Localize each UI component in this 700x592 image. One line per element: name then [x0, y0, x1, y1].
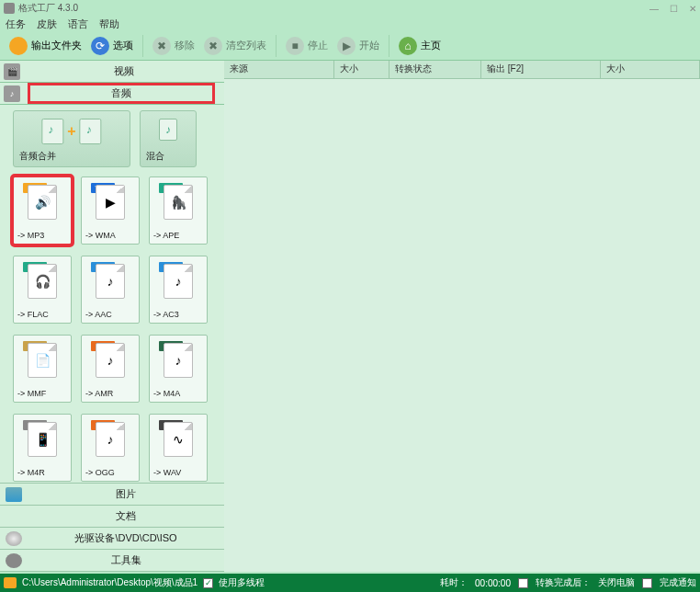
format-label: -> AMR [82, 389, 113, 398]
col-status[interactable]: 转换状态 [390, 61, 481, 78]
statusbar: C:\Users\Administrator\Desktop\视频\成品1 ✓ … [0, 574, 700, 592]
toolbar: 输出文件夹 ⟳选项 ✖移除 ✖清空列表 ■停止 ▶开始 ⌂主页 [0, 31, 700, 61]
close-button[interactable]: ✕ [689, 4, 696, 14]
app-title: 格式工厂 4.3.0 [18, 2, 78, 15]
multithread-label: 使用多线程 [219, 576, 265, 589]
separator [142, 35, 143, 57]
file-icon: 📱 [28, 422, 57, 457]
format-grid: + 音频合并 混合 MP3🔊-> MP3WMA▶-> WMAAPE🦍-> APE… [0, 105, 224, 483]
picture-icon [6, 487, 22, 502]
nav-document-label: 文档 [28, 509, 224, 523]
file-icon: ♪ [164, 264, 193, 299]
format-label: -> AC3 [150, 310, 179, 319]
col-source[interactable]: 来源 [224, 61, 334, 78]
format-card-flac[interactable]: FLA🎧-> FLAC [13, 256, 72, 324]
gear-icon [6, 553, 22, 568]
start-button[interactable]: ▶开始 [333, 33, 383, 59]
globe-icon: ⌂ [399, 37, 417, 55]
nav-toolset-label: 工具集 [28, 553, 224, 567]
format-label: -> MP3 [14, 231, 44, 240]
menu-help[interactable]: 帮助 [99, 17, 119, 31]
format-card-wma[interactable]: WMA▶-> WMA [81, 176, 140, 245]
file-icon: 🎧 [28, 264, 57, 299]
format-card-mmf[interactable]: MMF📄-> MMF [13, 335, 72, 403]
format-card-m4a[interactable]: M4A♪-> M4A [149, 335, 208, 403]
format-label: -> OGG [82, 468, 115, 477]
multithread-checkbox[interactable]: ✓ [203, 578, 213, 588]
stop-icon: ■ [286, 37, 304, 55]
film-icon: 🎬 [4, 63, 20, 80]
format-label: -> M4A [150, 389, 180, 398]
stop-button[interactable]: ■停止 [282, 33, 332, 59]
format-label: -> APE [150, 231, 179, 240]
format-card-ogg[interactable]: OGG♪-> OGG [81, 414, 140, 482]
menu-skin[interactable]: 皮肤 [37, 17, 57, 31]
disc-icon [6, 531, 22, 546]
mix-card[interactable]: 混合 [140, 110, 197, 167]
format-card-mp3[interactable]: MP3🔊-> MP3 [13, 176, 72, 245]
clearlist-icon: ✖ [204, 37, 222, 55]
nav-picture-label: 图片 [28, 487, 224, 501]
format-label: -> WMA [82, 231, 116, 240]
nav-list: 图片 文档 光驱设备\DVD\CD\ISO 工具集 [0, 483, 224, 572]
tab-audio-label: 音频 [30, 86, 212, 100]
nav-toolset[interactable]: 工具集 [0, 550, 224, 572]
output-path[interactable]: C:\Users\Administrator\Desktop\视频\成品1 [22, 576, 198, 589]
format-card-wav[interactable]: WAV∿-> WAV [149, 414, 208, 482]
folder-small-icon [4, 577, 17, 588]
home-button[interactable]: ⌂主页 [395, 33, 445, 59]
titlebar: 格式工厂 4.3.0 — ☐ ✕ [0, 0, 700, 17]
options-label: 选项 [113, 39, 133, 52]
format-label: -> MMF [14, 389, 46, 398]
separator [389, 35, 390, 57]
elapsed-value: 00:00:00 [475, 578, 511, 588]
task-list[interactable] [224, 79, 700, 572]
options-button[interactable]: ⟳选项 [87, 33, 137, 59]
maximize-button[interactable]: ☐ [670, 4, 678, 14]
notify-label: 完成通知 [660, 576, 696, 589]
format-card-ape[interactable]: APE🦍-> APE [149, 176, 208, 245]
stop-label: 停止 [308, 39, 328, 52]
format-card-m4r[interactable]: M4R📱-> M4R [13, 414, 72, 482]
file-icon: ▶ [96, 185, 125, 220]
format-card-amr[interactable]: AMR♪-> AMR [81, 335, 140, 403]
file-icon: ♪ [164, 343, 193, 378]
remove-icon: ✖ [152, 37, 171, 55]
nav-picture[interactable]: 图片 [0, 484, 224, 506]
nav-document[interactable]: 文档 [0, 506, 224, 528]
tab-video-label: 视频 [24, 64, 224, 78]
after-checkbox[interactable] [518, 578, 528, 588]
format-label: -> M4R [14, 468, 45, 477]
remove-button[interactable]: ✖移除 [149, 33, 198, 59]
start-icon: ▶ [337, 37, 356, 55]
col-output[interactable]: 输出 [F2] [481, 61, 601, 78]
clear-list-button[interactable]: ✖清空列表 [200, 33, 270, 59]
left-panel: 🎬 视频 ♪ 音频 + 音频合并 混合 MP3🔊-> MP3WMA▶-> WMA… [0, 61, 224, 572]
file-icon: 🔊 [28, 185, 57, 220]
minimize-button[interactable]: — [649, 4, 659, 14]
col-size[interactable]: 大小 [334, 61, 390, 78]
output-folder-label: 输出文件夹 [31, 39, 82, 52]
tab-video[interactable]: 🎬 视频 [0, 61, 224, 83]
audio-merge-card[interactable]: + 音频合并 [13, 110, 130, 167]
separator [276, 35, 277, 57]
notify-checkbox[interactable] [642, 578, 652, 588]
col-size2[interactable]: 大小 [601, 61, 700, 78]
menu-language[interactable]: 语言 [68, 17, 88, 31]
remove-label: 移除 [175, 39, 195, 52]
after-value: 关闭电脑 [598, 576, 635, 589]
nav-disc[interactable]: 光驱设备\DVD\CD\ISO [0, 528, 224, 550]
clearlist-label: 清空列表 [226, 39, 266, 52]
format-card-aac[interactable]: AAC♪-> AAC [81, 256, 140, 324]
file-icon: ♪ [96, 343, 125, 378]
mix-label: 混合 [146, 150, 190, 163]
start-label: 开始 [359, 39, 379, 52]
elapsed-label: 耗时： [440, 576, 468, 589]
format-card-ac3[interactable]: AAC♪-> AC3 [149, 256, 208, 324]
folder-icon [9, 37, 28, 55]
output-folder-button[interactable]: 输出文件夹 [6, 33, 85, 59]
menu-task[interactable]: 任务 [6, 17, 26, 31]
document-icon [6, 509, 22, 524]
tab-audio[interactable]: ♪ 音频 [0, 83, 224, 105]
menubar: 任务 皮肤 语言 帮助 [0, 17, 700, 31]
